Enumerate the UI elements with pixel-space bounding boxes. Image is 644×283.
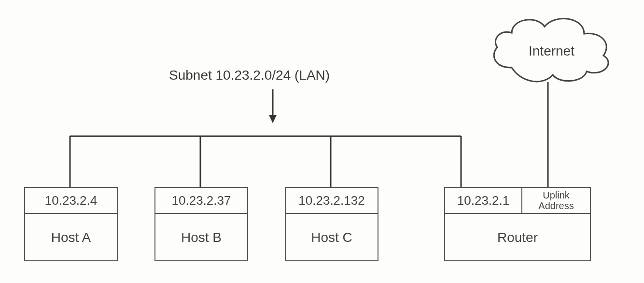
internet-label: Internet — [529, 43, 574, 59]
router-uplink-label: Uplink Address — [522, 188, 590, 214]
host-a-name: Host A — [25, 215, 117, 260]
router-uplink-line1: Uplink — [543, 190, 570, 200]
host-c-node: 10.23.2.132 Host C — [285, 187, 378, 261]
router-ip: 10.23.2.1 — [445, 188, 522, 214]
subnet-label: Subnet 10.23.2.0/24 (LAN) — [169, 68, 330, 83]
internet-cloud: Internet — [483, 10, 618, 87]
host-c-ip: 10.23.2.132 — [286, 188, 378, 214]
router-uplink-line2: Address — [538, 200, 574, 211]
host-a-ip: 10.23.2.4 — [25, 188, 117, 214]
network-diagram: Subnet 10.23.2.0/24 (LAN) Internet 10.23… — [0, 0, 644, 283]
host-a-node: 10.23.2.4 Host A — [24, 187, 118, 261]
host-b-name: Host B — [155, 215, 247, 260]
router-node: 10.23.2.1 Uplink Address Router — [444, 187, 591, 261]
host-c-name: Host C — [286, 215, 378, 260]
host-b-ip: 10.23.2.37 — [155, 188, 247, 214]
svg-marker-1 — [269, 115, 277, 123]
router-name: Router — [445, 215, 590, 260]
host-b-node: 10.23.2.37 Host B — [154, 187, 248, 261]
